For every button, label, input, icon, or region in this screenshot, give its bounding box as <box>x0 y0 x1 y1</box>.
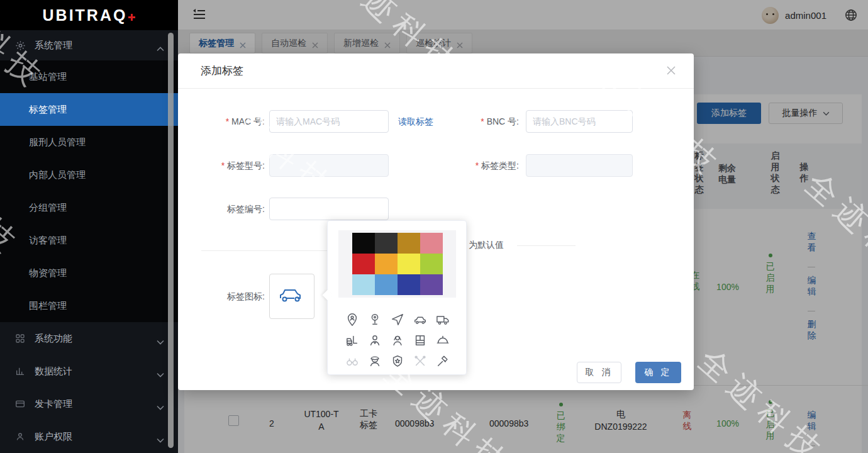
grid-icon <box>15 333 26 344</box>
sidebar-group-system-functions[interactable]: 系统功能 <box>0 322 178 355</box>
type-label: *标签类型: <box>442 154 519 177</box>
sidebar-group-label: 数据统计 <box>35 366 157 378</box>
tools-icon[interactable] <box>409 350 431 371</box>
forklift-icon[interactable] <box>341 330 364 350</box>
model-input[interactable] <box>269 154 389 177</box>
chart-icon <box>15 366 26 377</box>
sidebar-item-assets-management[interactable]: 物资管理 <box>0 257 178 289</box>
color-swatch[interactable] <box>398 274 420 295</box>
chevron-down-icon <box>157 434 164 439</box>
required-mark: * <box>481 116 484 126</box>
code-label: 标签编号: <box>191 198 265 220</box>
code-input[interactable] <box>269 198 389 220</box>
color-swatch[interactable] <box>420 254 443 274</box>
color-swatch-grid <box>352 233 443 295</box>
person-pin-icon[interactable] <box>341 309 364 330</box>
color-swatch[interactable] <box>352 254 375 274</box>
chevron-down-icon <box>157 369 164 374</box>
color-icon-picker-popover <box>327 220 467 375</box>
hammer-icon[interactable] <box>431 350 454 371</box>
required-mark: * <box>476 160 479 171</box>
divider <box>201 250 327 251</box>
female-worker-icon[interactable] <box>386 330 409 350</box>
sidebar-item-grouping[interactable]: 分组管理 <box>0 191 178 224</box>
user-icon <box>15 432 26 442</box>
handcuffs-icon[interactable] <box>341 350 364 371</box>
male-worker-icon[interactable] <box>364 330 386 350</box>
sidebar-group-label: 系统管理 <box>35 40 157 52</box>
bnc-label: *BNC 号: <box>442 110 519 133</box>
confirm-button[interactable]: 确 定 <box>635 362 681 383</box>
required-mark: * <box>221 160 225 171</box>
sidebar-scrollbar[interactable] <box>168 33 174 448</box>
divider <box>517 245 576 246</box>
logo: UBITRAQ <box>0 0 178 30</box>
color-swatch[interactable] <box>420 274 443 295</box>
location-pin-icon[interactable] <box>364 309 386 330</box>
color-swatch[interactable] <box>375 233 398 254</box>
color-swatch[interactable] <box>398 233 420 254</box>
sidebar-group-system-management[interactable]: 系统管理 <box>0 30 178 60</box>
sidebar-group-label: 发卡管理 <box>35 398 157 410</box>
sidebar-group-label: 账户权限 <box>35 431 157 443</box>
navigation-arrow-icon[interactable] <box>386 309 409 330</box>
color-swatch[interactable] <box>352 274 375 295</box>
sidebar-group-label: 系统功能 <box>35 333 157 345</box>
police-officer-icon[interactable] <box>364 350 386 371</box>
logo-spark-icon <box>128 12 135 23</box>
car-icon[interactable] <box>409 309 431 330</box>
sidebar-item-visitor-management[interactable]: 访客管理 <box>0 224 178 257</box>
tag-icon-button[interactable] <box>269 274 314 319</box>
hard-hat-icon[interactable] <box>431 330 454 350</box>
sidebar-item-tag-management[interactable]: 标签管理 <box>0 93 178 126</box>
app-window: UBITRAQ 系统管理 基站管理 标签管理 服刑人员管理 内部人员管理 分组管… <box>0 0 868 453</box>
chevron-down-icon <box>157 401 164 406</box>
sidebar-group-data-statistics[interactable]: 数据统计 <box>0 355 178 388</box>
chevron-down-icon <box>157 336 164 341</box>
sidebar-submenu: 基站管理 标签管理 服刑人员管理 内部人员管理 分组管理 访客管理 物资管理 围… <box>0 60 178 322</box>
color-swatch[interactable] <box>398 254 420 274</box>
sidebar-item-prisoner-management[interactable]: 服刑人员管理 <box>0 126 178 159</box>
shelf-icon[interactable] <box>409 330 431 350</box>
color-swatch[interactable] <box>352 233 375 254</box>
truck-icon[interactable] <box>431 309 454 330</box>
badge-icon[interactable] <box>386 350 409 371</box>
car-icon <box>279 287 305 306</box>
chevron-up-icon <box>157 43 164 48</box>
model-label: *标签型号: <box>191 154 265 177</box>
tag-icon-label: 标签图标: <box>191 285 265 308</box>
sidebar-item-internal-personnel[interactable]: 内部人员管理 <box>0 159 178 191</box>
settings-icon <box>15 40 26 51</box>
color-panel <box>338 230 456 298</box>
card-icon <box>15 399 26 410</box>
modal-title: 添加标签 <box>201 64 243 78</box>
sidebar-item-base-station[interactable]: 基站管理 <box>0 60 178 93</box>
logo-text: UBITRAQ <box>43 6 128 25</box>
cancel-button[interactable]: 取 消 <box>577 362 621 383</box>
color-swatch[interactable] <box>375 254 398 274</box>
mac-input[interactable] <box>269 110 389 133</box>
default-color-hint: 为默认值 <box>469 240 504 251</box>
sidebar-group-account-permissions[interactable]: 账户权限 <box>0 420 178 453</box>
sidebar-item-fence-management[interactable]: 围栏管理 <box>0 289 178 322</box>
modal-header: 添加标签 <box>178 53 694 89</box>
required-mark: * <box>226 116 229 126</box>
sidebar: UBITRAQ 系统管理 基站管理 标签管理 服刑人员管理 内部人员管理 分组管… <box>0 0 178 453</box>
tag-icon-grid <box>341 309 454 371</box>
color-swatch[interactable] <box>420 233 443 254</box>
bnc-input[interactable] <box>526 110 633 133</box>
color-swatch[interactable] <box>375 274 398 295</box>
mac-label: *MAC 号: <box>191 110 265 133</box>
type-input[interactable] <box>526 154 633 177</box>
read-tag-link[interactable]: 读取标签 <box>398 116 433 128</box>
close-icon[interactable] <box>666 65 677 77</box>
sidebar-group-card-issuing[interactable]: 发卡管理 <box>0 388 178 420</box>
